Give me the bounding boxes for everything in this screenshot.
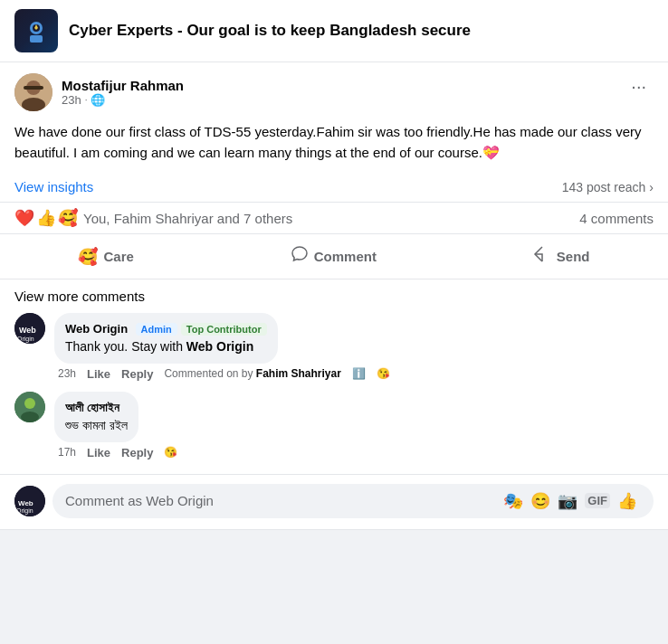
reply-comment-2-button[interactable]: Reply: [121, 446, 153, 459]
comment-avatar-ali[interactable]: [14, 392, 45, 422]
author-avatar[interactable]: [14, 73, 52, 111]
comment-author-name-ali: আলী হোসাইন: [65, 401, 119, 414]
gif-icon[interactable]: GIF: [585, 493, 610, 508]
comment-label: Comment: [314, 249, 377, 264]
comment-input-avatar: Web Origin: [14, 486, 45, 516]
post-content: We have done our first class of TDS-55 y…: [0, 118, 668, 174]
comment-1-reaction: 😘: [377, 367, 390, 380]
comment-item-ali: আলী হোসাইন শুভ কামনা রইল 17h Like Reply …: [14, 392, 654, 459]
heart-reaction: ❤️: [14, 208, 34, 228]
comments-count[interactable]: 4 comments: [579, 211, 654, 226]
comment-text-ali: শুভ কামনা রইল: [65, 415, 128, 435]
action-buttons: 🥰 Care Comment Send: [0, 234, 668, 279]
reactions-row: ❤️ 👍 🥰 You, Fahim Shahriyar and 7 others…: [0, 202, 668, 234]
svg-rect-1: [30, 35, 43, 43]
author-info: Mostafijur Rahman 23h · 🌐: [62, 78, 184, 107]
chevron-right-icon: ›: [649, 180, 654, 194]
comment-text-weborigin: Thank you. Stay with Web Origin: [65, 338, 267, 356]
post-header: Mostafijur Rahman 23h · 🌐 ···: [0, 62, 668, 118]
care-icon: 🥰: [78, 247, 98, 267]
commented-by-text: Commented on by Fahim Shahriyar: [164, 367, 340, 380]
insights-row: View insights 143 post reach ›: [0, 174, 668, 202]
comment-time-2: 17h: [58, 446, 76, 459]
post-author-row: Mostafijur Rahman 23h · 🌐: [14, 73, 184, 111]
thumbsup-icon[interactable]: 👍: [617, 491, 637, 511]
top-contributor-badge: Top Contributor: [181, 323, 267, 336]
svg-rect-7: [24, 86, 43, 90]
more-options-button[interactable]: ···: [624, 73, 654, 99]
svg-text:Web: Web: [19, 326, 36, 335]
comment-author-weborigin: Web Origin Admin Top Contributor: [65, 320, 267, 336]
group-header: Cyber Experts - Our goal is to keep Bang…: [0, 0, 668, 62]
svg-text:Web: Web: [18, 499, 33, 507]
post-reach-count: 143 post reach: [562, 180, 646, 194]
svg-text:Origin: Origin: [17, 336, 34, 343]
like-reaction: 👍: [36, 208, 56, 228]
love-reaction: 🥰: [58, 208, 78, 228]
post-time: 23h: [62, 93, 81, 107]
like-comment-2-button[interactable]: Like: [87, 446, 110, 459]
group-title: Cyber Experts - Our goal is to keep Bang…: [69, 22, 471, 40]
view-more-comments[interactable]: View more comments: [0, 279, 668, 309]
comment-bubble-ali: আলী হোসাইন শুভ কামনা রইল: [54, 392, 138, 442]
like-comment-1-button[interactable]: Like: [87, 367, 110, 381]
admin-badge: Admin: [136, 323, 177, 336]
comment-icon: [291, 245, 309, 268]
comment-input-placeholder: Comment as Web Origin: [65, 493, 214, 508]
group-avatar-image: [14, 9, 58, 52]
care-button[interactable]: 🥰 Care: [60, 240, 151, 274]
comment-input-icons: 🎭 😊 📷 GIF 👍: [503, 491, 641, 511]
comment-button[interactable]: Comment: [272, 238, 395, 275]
comment-badges: Admin Top Contributor: [136, 323, 267, 336]
post-reach[interactable]: 143 post reach ›: [562, 180, 654, 194]
author-name: Mostafijur Rahman: [62, 78, 184, 93]
svg-point-12: [24, 398, 35, 409]
svg-point-13: [21, 412, 39, 422]
dot-separator: ·: [85, 95, 88, 105]
post-card: Mostafijur Rahman 23h · 🌐 ··· We have do…: [0, 62, 668, 530]
privacy-icon: 🌐: [91, 93, 105, 107]
comment-actions-weborigin: 23h Like Reply Commented on by Fahim Sha…: [54, 364, 654, 381]
care-label: Care: [103, 249, 133, 264]
sticker-icon[interactable]: 🎭: [503, 491, 523, 511]
comment-author-name: Web Origin: [65, 322, 128, 336]
author-avatar-image: [14, 73, 52, 111]
view-insights-link[interactable]: View insights: [14, 179, 93, 194]
info-icon[interactable]: ℹ️: [352, 367, 366, 380]
comment-time-1: 23h: [58, 367, 76, 380]
comment-2-reaction: 😘: [164, 446, 177, 459]
comment-body-ali: আলী হোসাইন শুভ কামনা রইল 17h Like Reply …: [54, 392, 654, 459]
svg-text:Origin: Origin: [16, 507, 33, 515]
emoji-icon[interactable]: 😊: [530, 491, 550, 511]
comment-bubble-weborigin: Web Origin Admin Top Contributor Thank y…: [54, 313, 278, 364]
comment-item: Web Origin Web Origin Admin Top Contribu…: [14, 313, 654, 381]
comments-section: Web Origin Web Origin Admin Top Contribu…: [0, 309, 668, 474]
reaction-icons[interactable]: ❤️ 👍 🥰 You, Fahim Shahriyar and 7 others: [14, 208, 292, 228]
camera-icon[interactable]: 📷: [558, 491, 577, 511]
comment-input-row: Web Origin Comment as Web Origin 🎭 😊 📷 G…: [0, 474, 668, 529]
comment-avatar-weborigin[interactable]: Web Origin: [14, 313, 45, 344]
comment-input-field[interactable]: Comment as Web Origin 🎭 😊 📷 GIF 👍: [52, 484, 654, 518]
comment-body-weborigin: Web Origin Admin Top Contributor Thank y…: [54, 313, 654, 381]
send-label: Send: [557, 249, 590, 264]
post-meta: 23h · 🌐: [62, 93, 184, 107]
comment-actions-ali: 17h Like Reply 😘: [54, 442, 654, 459]
reply-comment-1-button[interactable]: Reply: [121, 367, 153, 381]
group-avatar: [14, 9, 58, 52]
send-icon: [533, 245, 551, 268]
reaction-count: You, Fahim Shahriyar and 7 others: [83, 211, 292, 226]
send-button[interactable]: Send: [515, 238, 608, 275]
